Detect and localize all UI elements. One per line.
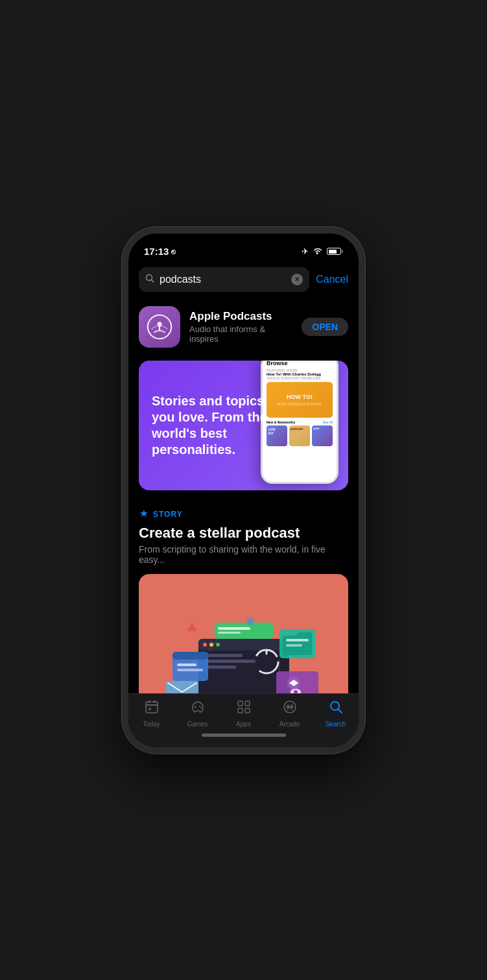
svg-rect-12: [204, 665, 236, 669]
svg-marker-46: [187, 623, 196, 631]
open-button[interactable]: OPEN: [302, 318, 348, 336]
mini-browse-title: Browse: [267, 361, 333, 366]
app-name: Apple Podcasts: [189, 310, 292, 323]
svg-point-62: [288, 705, 291, 708]
svg-rect-10: [204, 654, 243, 657]
svg-point-9: [216, 643, 220, 647]
search-icon: [145, 274, 154, 285]
svg-rect-22: [218, 632, 241, 634]
story-illustration: [139, 574, 348, 693]
search-clear-button[interactable]: ✕: [291, 274, 303, 285]
banner-text-area: Stories and topics you love. From the wo…: [139, 380, 348, 471]
svg-rect-52: [148, 700, 150, 703]
svg-rect-18: [177, 669, 203, 671]
clear-x-icon: ✕: [294, 276, 300, 283]
main-content: Apple Podcasts Audio that informs & insp…: [128, 298, 359, 693]
today-icon: [144, 699, 160, 719]
cancel-button[interactable]: Cancel: [316, 274, 348, 285]
screen: 17:13 ⎋ ✈: [128, 233, 359, 747]
time-display: 17:13: [144, 246, 169, 257]
svg-rect-21: [218, 627, 250, 630]
story-section: STORY Create a stellar podcast From scri…: [128, 496, 359, 693]
tab-search[interactable]: Search: [313, 699, 359, 728]
app-icon-podcasts: [139, 306, 180, 348]
svg-rect-16: [172, 652, 208, 660]
svg-rect-11: [204, 660, 255, 663]
story-label-row: STORY: [139, 508, 348, 521]
tab-search-label: Search: [326, 721, 346, 728]
tab-games-label: Games: [187, 721, 208, 728]
app-subtitle: Audio that informs & inspires: [189, 324, 292, 344]
promotional-banner[interactable]: Stories and topics you love. From the wo…: [139, 361, 348, 490]
tab-today[interactable]: Today: [128, 699, 174, 728]
search-bar-container: podcasts ✕ Cancel: [128, 262, 359, 298]
arcade-icon: [282, 699, 298, 719]
tab-today-label: Today: [143, 721, 160, 728]
search-bar[interactable]: podcasts ✕: [139, 267, 309, 292]
home-indicator: [202, 734, 286, 737]
svg-rect-50: [146, 702, 158, 713]
appstore-icon: [139, 508, 149, 521]
svg-rect-25: [286, 644, 302, 647]
search-row: podcasts ✕ Cancel: [139, 267, 348, 292]
svg-rect-24: [286, 639, 309, 641]
status-icons: ✈: [302, 246, 343, 256]
wifi-icon: [313, 246, 323, 256]
phone-frame: 17:13 ⎋ ✈: [122, 227, 365, 754]
svg-rect-58: [245, 701, 250, 706]
svg-rect-51: [146, 704, 158, 706]
svg-rect-59: [238, 708, 243, 713]
apps-icon: [236, 699, 252, 719]
story-subtitle: From scripting to sharing with the world…: [139, 544, 348, 565]
search-tab-icon: [328, 699, 344, 719]
app-info: Apple Podcasts Audio that informs & insp…: [189, 310, 292, 344]
svg-point-55: [199, 706, 200, 707]
svg-point-56: [200, 707, 202, 708]
svg-rect-17: [177, 663, 196, 666]
games-icon: [190, 699, 206, 719]
svg-rect-20: [215, 623, 273, 639]
search-query[interactable]: podcasts: [160, 274, 286, 285]
tab-games[interactable]: Games: [174, 699, 220, 728]
location-icon: ⎋: [171, 248, 176, 256]
app-result-row[interactable]: Apple Podcasts Audio that informs & insp…: [128, 298, 359, 355]
svg-point-7: [203, 643, 207, 647]
svg-line-64: [338, 709, 342, 713]
story-image-card[interactable]: [139, 574, 348, 693]
banner-title: Stories and topics you love. From the wo…: [152, 393, 268, 458]
status-time: 17:13 ⎋: [144, 246, 176, 257]
battery-icon: [327, 248, 343, 255]
story-title: Create a stellar podcast: [139, 525, 348, 542]
svg-rect-57: [238, 701, 243, 706]
svg-rect-54: [148, 708, 151, 710]
svg-rect-60: [245, 708, 250, 713]
svg-line-1: [152, 280, 154, 283]
svg-rect-53: [154, 700, 155, 703]
tab-arcade[interactable]: Arcade: [267, 699, 313, 728]
svg-rect-45: [247, 618, 254, 625]
airplane-icon: ✈: [302, 246, 309, 256]
tab-arcade-label: Arcade: [279, 721, 300, 728]
tab-apps-label: Apps: [236, 721, 251, 728]
notch: [195, 233, 292, 252]
story-badge: STORY: [153, 510, 183, 519]
tab-apps[interactable]: Apps: [220, 699, 267, 728]
tab-bar: Today Games: [128, 693, 359, 747]
